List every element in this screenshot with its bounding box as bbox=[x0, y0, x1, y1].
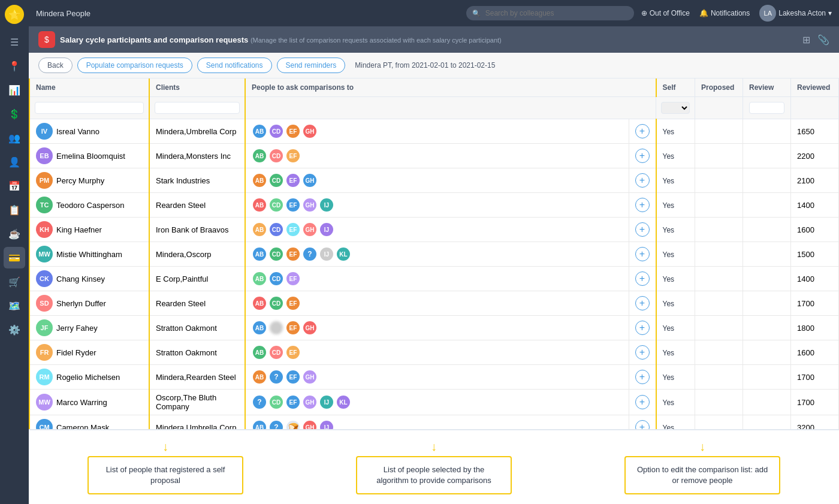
person-name: Sherlyn Duffer bbox=[56, 299, 106, 308]
add-person-button[interactable]: + bbox=[635, 420, 650, 429]
person-avatar-question[interactable]: ? bbox=[302, 246, 318, 262]
cell-review bbox=[743, 144, 791, 168]
cell-proposed bbox=[695, 415, 743, 429]
person-avatar: EF bbox=[285, 246, 301, 262]
table-row: CK Chang Kinsey E Corp,Paintful ABCDEF +… bbox=[29, 267, 839, 291]
user-menu[interactable]: LA Lakesha Acton ▾ bbox=[759, 5, 832, 22]
cell-add-button: + bbox=[629, 168, 656, 193]
add-person-button[interactable]: + bbox=[635, 345, 650, 360]
cell-review bbox=[743, 365, 791, 390]
main-content: Mindera People ⊕ Out of Office 🔔 Notific… bbox=[29, 0, 839, 504]
cell-self: Yes bbox=[656, 291, 695, 316]
person-avatar-question[interactable]: ? bbox=[268, 369, 284, 385]
add-person-button[interactable]: + bbox=[635, 198, 650, 212]
header-clients: Clients bbox=[149, 79, 245, 97]
table-row: KH King Haefner Iron Bank of Braavos ABC… bbox=[29, 218, 839, 242]
topnav-actions: ⊕ Out of Office 🔔 Notifications LA Lakes… bbox=[641, 5, 832, 22]
header-self: Self bbox=[656, 79, 695, 97]
back-button[interactable]: Back bbox=[38, 58, 73, 73]
cell-reviewed: 1650 bbox=[791, 119, 839, 144]
person-avatar-question[interactable]: ? bbox=[252, 394, 267, 410]
name-filter-input[interactable] bbox=[35, 102, 144, 114]
search-container bbox=[466, 6, 634, 20]
cell-add-button: + bbox=[629, 316, 656, 340]
cell-people-avatars: ABEFGH bbox=[245, 316, 629, 340]
page-header: $ Salary cycle participants and comparis… bbox=[29, 26, 839, 53]
person-avatar: CD bbox=[268, 394, 284, 410]
sidebar-chart-icon[interactable]: 📊 bbox=[4, 79, 25, 101]
self-badge: Yes bbox=[663, 324, 675, 333]
sidebar-settings-icon[interactable]: ⚙️ bbox=[4, 319, 25, 340]
cell-review bbox=[743, 119, 791, 144]
cell-self: Yes bbox=[656, 365, 695, 390]
cell-name: MW Marco Warring bbox=[29, 390, 149, 415]
cell-reviewed: 1400 bbox=[791, 267, 839, 291]
sidebar-person-icon[interactable]: 👤 bbox=[4, 151, 25, 173]
cell-review bbox=[743, 340, 791, 365]
person-avatar-question[interactable]: ? bbox=[268, 420, 284, 429]
add-person-button[interactable]: + bbox=[635, 296, 650, 310]
header-name: Name bbox=[29, 79, 149, 97]
out-of-office-button[interactable]: ⊕ Out of Office bbox=[641, 9, 690, 17]
add-person-button[interactable]: + bbox=[635, 173, 650, 188]
self-badge: Yes bbox=[663, 251, 675, 259]
sidebar-coffee-icon[interactable]: ☕ bbox=[4, 223, 25, 245]
person-avatar-main: JF bbox=[36, 319, 53, 336]
clients-filter-input[interactable] bbox=[155, 102, 240, 114]
table-row: TC Teodoro Casperson Rearden Steel ABCDE… bbox=[29, 193, 839, 218]
self-filter-select[interactable]: Yes No bbox=[661, 102, 690, 114]
self-badge: Yes bbox=[663, 177, 675, 185]
notifications-button[interactable]: 🔔 Notifications bbox=[699, 9, 750, 17]
add-person-button[interactable]: + bbox=[635, 321, 650, 335]
grid-view-icon[interactable]: ⊞ bbox=[802, 34, 810, 46]
annotation-center-box: List of people selected by the algorithm… bbox=[356, 456, 512, 494]
add-person-button[interactable]: + bbox=[635, 149, 650, 163]
person-avatar: AB bbox=[252, 295, 267, 311]
cell-add-button: + bbox=[629, 193, 656, 218]
send-reminders-button[interactable]: Send reminders bbox=[277, 58, 346, 73]
add-person-button[interactable]: + bbox=[635, 271, 650, 286]
populate-button[interactable]: Populate comparison requests bbox=[77, 58, 192, 73]
sidebar-clipboard-icon[interactable]: 📋 bbox=[4, 199, 25, 221]
cell-self: Yes bbox=[656, 119, 695, 144]
cell-self: Yes bbox=[656, 218, 695, 242]
cell-self: Yes bbox=[656, 267, 695, 291]
sidebar-calendar-icon[interactable]: 📅 bbox=[4, 175, 25, 197]
cell-clients: Stark Industries bbox=[149, 168, 245, 193]
search-input[interactable] bbox=[466, 6, 634, 20]
sidebar-map-icon[interactable]: 🗺️ bbox=[4, 295, 25, 316]
cell-clients: Mindera,Umbrella Corp bbox=[149, 415, 245, 429]
annotations-section: ↓ List of people that registered a self … bbox=[29, 429, 839, 504]
person-avatar: AB bbox=[252, 369, 267, 385]
person-name: Jerry Fahey bbox=[56, 324, 98, 333]
cell-reviewed: 2200 bbox=[791, 144, 839, 168]
paperclip-icon[interactable]: 📎 bbox=[817, 34, 829, 46]
sidebar-card-icon[interactable]: 💳 bbox=[4, 247, 25, 268]
sidebar-team-icon[interactable]: 👥 bbox=[4, 127, 25, 149]
cell-name: FR Fidel Ryder bbox=[29, 340, 149, 365]
sidebar-menu-icon[interactable]: ☰ bbox=[4, 31, 25, 53]
add-person-button[interactable]: + bbox=[635, 222, 650, 237]
person-avatar: AB bbox=[252, 123, 267, 139]
review-filter-input[interactable] bbox=[749, 102, 784, 114]
sidebar-location-icon[interactable]: 📍 bbox=[4, 55, 25, 77]
cell-review bbox=[743, 267, 791, 291]
annotation-right-group: ↓ Option to edit the comparison list: ad… bbox=[624, 440, 780, 494]
cell-clients: Rearden Steel bbox=[149, 193, 245, 218]
add-person-button[interactable]: + bbox=[635, 247, 650, 261]
person-avatar: IJ bbox=[319, 197, 334, 213]
add-person-button[interactable]: + bbox=[635, 395, 650, 409]
cell-reviewed: 1700 bbox=[791, 365, 839, 390]
add-person-button[interactable]: + bbox=[635, 370, 650, 384]
person-avatar: IJ bbox=[319, 222, 334, 237]
person-avatar: GH bbox=[302, 123, 318, 139]
sidebar-cart-icon[interactable]: 🛒 bbox=[4, 271, 25, 292]
cell-people-avatars: ABCDEF bbox=[245, 144, 629, 168]
send-notifications-button[interactable]: Send notifications bbox=[197, 58, 272, 73]
sidebar-money-icon[interactable]: 💲 bbox=[4, 103, 25, 125]
add-person-button[interactable]: + bbox=[635, 124, 650, 138]
person-avatar: GH bbox=[302, 222, 318, 237]
person-avatar-main: PM bbox=[36, 172, 53, 189]
participants-table: Name Clients People to ask comparisons t… bbox=[29, 79, 839, 429]
page-icon: $ bbox=[38, 31, 55, 48]
